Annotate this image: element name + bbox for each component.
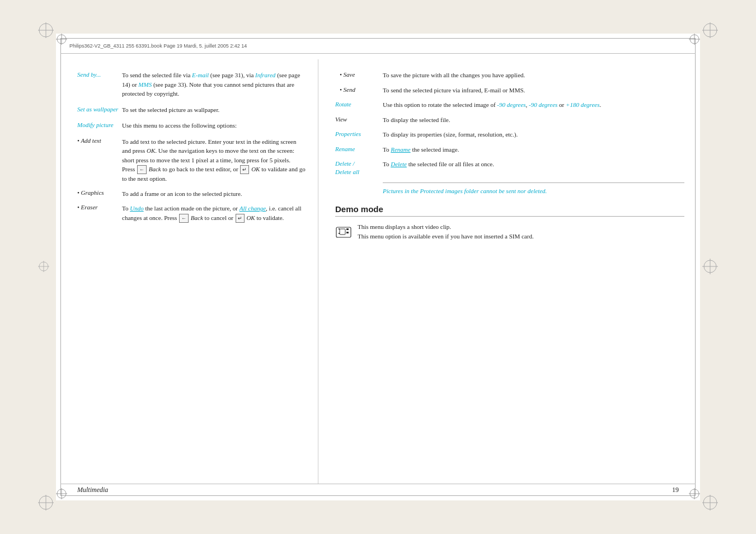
properties-content: To display its properties (size, format,… — [383, 130, 684, 139]
add-text-label: • Add text — [77, 137, 122, 184]
send-by-label: Send by... — [77, 71, 122, 99]
delete-label: Delete /Delete all — [335, 160, 383, 177]
footer-left: Multimedia — [77, 486, 108, 494]
rotate-content: Use this option to rotate the selected i… — [383, 100, 684, 110]
section-send-by: Send by... To send the selected file via… — [77, 71, 307, 99]
graphics-content: To add a frame or an icon to the selecte… — [122, 189, 307, 199]
modify-content: Use this menu to access the following op… — [122, 121, 307, 130]
rotate-180pos: +180 degrees — [566, 101, 599, 108]
bullet-eraser: • Eraser To Undo the last action made on… — [77, 204, 307, 223]
eraser-content: To Undo the last action made on the pict… — [122, 204, 307, 223]
send-by-content: To send the selected file via E-mail (se… — [122, 71, 307, 99]
wallpaper-label: Set as wallpaper — [77, 105, 122, 115]
footer-right: 19 — [672, 486, 679, 494]
view-content: To display the selected file. — [383, 115, 684, 125]
row-properties: Properties To display its properties (si… — [335, 130, 684, 139]
notice-text: Pictures in the Protected images folder … — [383, 186, 684, 196]
reg-mark-br-outer — [702, 495, 718, 512]
save-content: To save the picture with all the changes… — [383, 71, 684, 80]
reg-mark-bl-outer — [38, 495, 54, 512]
notice-box: Pictures in the Protected images folder … — [383, 182, 684, 196]
row-rotate: Rotate Use this option to rotate the sel… — [335, 100, 684, 110]
section-set-wallpaper: Set as wallpaper To set the selected pic… — [77, 105, 307, 115]
bullet-add-text: • Add text To add text to the selected p… — [77, 137, 307, 184]
demo-content-area: This menu displays a short video clip. T… — [335, 222, 684, 241]
svg-rect-31 — [340, 229, 345, 235]
infrared-link: Infrared — [255, 72, 275, 78]
svg-rect-32 — [346, 228, 349, 230]
add-text-content: To add text to the selected picture. Ent… — [122, 137, 307, 184]
eraser-label: • Eraser — [77, 204, 122, 223]
delete-content: To Delete the selected file or all files… — [383, 160, 684, 177]
reg-mark-ml — [38, 261, 49, 273]
svg-rect-33 — [346, 232, 349, 233]
send-content: To send the selected picture via infrare… — [383, 86, 684, 95]
right-column: • Save To save the picture with all the … — [318, 59, 696, 484]
demo-section: Demo mode This menu displays a short vid… — [335, 204, 684, 241]
modify-label: Modify picture — [77, 121, 122, 130]
section-modify: Modify picture Use this menu to access t… — [77, 121, 307, 130]
rename-link: Rename — [391, 146, 410, 153]
rotate-90neg: -90 degrees — [497, 101, 525, 108]
save-label: • Save — [335, 71, 383, 80]
header-text: Philips362-V2_GB_4311 255 63391.book Pag… — [69, 43, 247, 49]
ok-key1: ↵ — [240, 165, 249, 174]
email-link: E-mail — [192, 72, 209, 78]
reg-mark-tr-outer — [702, 22, 718, 39]
row-save: • Save To save the picture with all the … — [335, 71, 684, 80]
back-key2: ← — [179, 214, 189, 223]
back-text: Back — [149, 166, 161, 172]
rotate-90neg2: -90 degrees — [529, 101, 557, 108]
left-column: Send by... To send the selected file via… — [60, 59, 318, 484]
demo-description: This menu displays a short video clip. T… — [358, 222, 534, 241]
reg-mark-tl-outer — [38, 22, 54, 39]
view-label: View — [335, 115, 383, 125]
footer: Multimedia 19 — [60, 484, 696, 496]
row-rename: Rename To Rename the selected image. — [335, 145, 684, 154]
properties-label: Properties — [335, 130, 383, 139]
header-strip: Philips362-V2_GB_4311 255 63391.book Pag… — [60, 38, 696, 54]
send-label: • Send — [335, 86, 383, 95]
rename-content: To Rename the selected image. — [383, 145, 684, 154]
wallpaper-content: To set the selected picture as wallpaper… — [122, 105, 307, 115]
rotate-label: Rotate — [335, 100, 383, 110]
delete-link: Delete — [391, 161, 407, 167]
back-key: ← — [137, 165, 147, 174]
svg-rect-34 — [339, 228, 340, 229]
rename-label: Rename — [335, 145, 383, 154]
content-area: Send by... To send the selected file via… — [60, 59, 696, 484]
demo-icon — [335, 223, 352, 241]
ok-key2: ↵ — [236, 214, 245, 223]
svg-rect-35 — [339, 233, 340, 234]
row-view: View To display the selected file. — [335, 115, 684, 125]
row-send: • Send To send the selected picture via … — [335, 86, 684, 95]
reg-mark-mr — [702, 259, 718, 275]
graphics-label: • Graphics — [77, 189, 122, 199]
mms-link: MMS — [138, 81, 152, 88]
demo-title: Demo mode — [335, 204, 684, 217]
bullet-graphics: • Graphics To add a frame or an icon to … — [77, 189, 307, 199]
row-delete: Delete /Delete all To Delete the selecte… — [335, 160, 684, 177]
